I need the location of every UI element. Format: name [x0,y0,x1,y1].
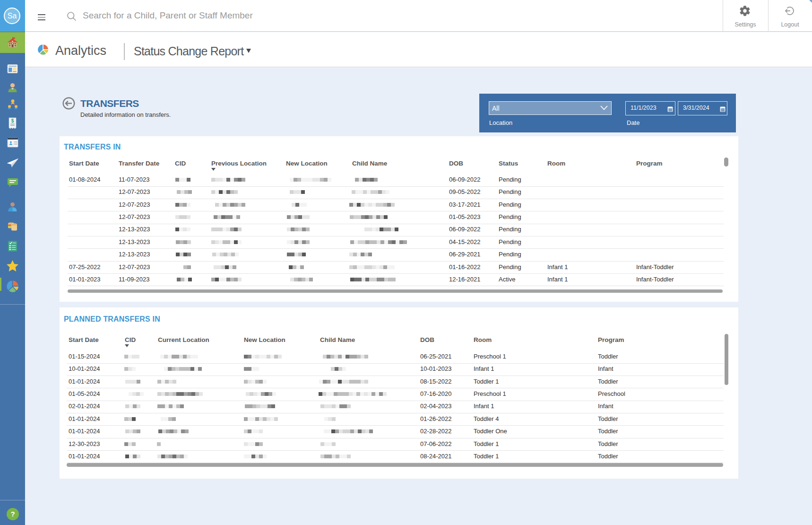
svg-text:$: $ [11,118,14,123]
